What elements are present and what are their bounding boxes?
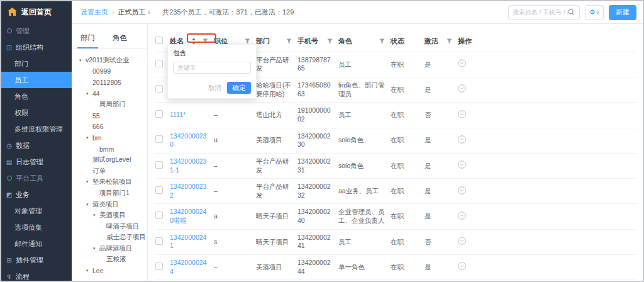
settings-dropdown-button[interactable]: ⚙ ∨ bbox=[585, 5, 604, 20]
row-checkbox[interactable] bbox=[155, 186, 163, 194]
row-checkbox[interactable] bbox=[155, 262, 163, 270]
sidebar-item[interactable]: 日志管理 bbox=[1, 154, 72, 170]
tree-item[interactable]: Lee bbox=[74, 265, 145, 276]
tree-item[interactable]: 测试orgLevel bbox=[74, 154, 145, 166]
breadcrumb-current[interactable]: 正式员工 bbox=[118, 8, 145, 17]
row-actions-icon[interactable] bbox=[458, 161, 466, 169]
filter-confirm-button[interactable]: 确定 bbox=[227, 82, 251, 94]
filter-keyword-input[interactable] bbox=[173, 62, 251, 74]
row-checkbox[interactable] bbox=[155, 110, 163, 118]
create-new-button[interactable]: 新建 bbox=[609, 5, 636, 20]
table-row[interactable]: 13420000240啦啦 a 晴天子项目 13420000240 企业管理员、… bbox=[155, 204, 636, 229]
row-checkbox[interactable] bbox=[155, 135, 163, 143]
employee-name-link[interactable]: 13420000244 bbox=[170, 259, 214, 276]
sidebar-item[interactable]: 管理 bbox=[1, 23, 72, 39]
sidebar-item[interactable]: 数据 bbox=[1, 137, 72, 154]
tree-item[interactable]: 666 bbox=[74, 121, 145, 133]
row-actions-icon[interactable] bbox=[458, 237, 466, 245]
tree-item[interactable]: 五粮液 bbox=[74, 254, 145, 266]
table-row[interactable]: 13420000232 – 平台产品研发 13420000232 aa业务、员工… bbox=[155, 179, 636, 204]
breadcrumb-caret-icon[interactable]: ∨ bbox=[147, 9, 151, 15]
tree-item[interactable]: 啤酒子项目 bbox=[74, 221, 145, 232]
filter-icon[interactable] bbox=[447, 38, 452, 44]
filter-cancel-button[interactable]: 取消 bbox=[208, 84, 221, 93]
sidebar-item[interactable]: 角色 bbox=[1, 88, 72, 104]
panel-tab[interactable]: 角色 bbox=[113, 33, 127, 48]
panel-tab[interactable]: 部门 bbox=[80, 33, 95, 48]
activated-cell: 是 bbox=[425, 263, 458, 272]
sidebar-home[interactable]: 返回首页 bbox=[1, 1, 72, 23]
sidebar-item[interactable]: 流程 bbox=[1, 268, 72, 281]
employee-name-link[interactable]: 13420000232 bbox=[170, 183, 214, 200]
sidebar-item[interactable]: 员工 bbox=[1, 72, 72, 88]
tree-item[interactable]: 订单 bbox=[74, 166, 145, 177]
sidebar-item[interactable]: 对象管理 bbox=[1, 203, 72, 219]
employee-name-link[interactable]: 13420000240啦啦 bbox=[170, 208, 214, 225]
row-checkbox[interactable] bbox=[155, 85, 163, 93]
table-row[interactable]: 13420000244 – 美酒项目 13420000244 单一角色 在职 是 bbox=[155, 255, 636, 280]
row-actions-icon[interactable] bbox=[458, 84, 466, 93]
activated-cell: 是 bbox=[425, 162, 458, 171]
column-header[interactable]: 激活 bbox=[425, 37, 458, 46]
table-row[interactable]: 1111* – 塔山北方 19100000002 员工 在职 否 bbox=[155, 103, 636, 128]
tree-item[interactable]: 项目部门1 bbox=[74, 188, 145, 199]
tree-item-label: v2011测试企业 bbox=[86, 56, 130, 65]
sidebar-item[interactable]: 平台工具 bbox=[1, 170, 72, 186]
breadcrumb-link[interactable]: 设置主页 bbox=[80, 8, 108, 17]
column-header[interactable]: 操作 bbox=[458, 37, 483, 46]
row-actions-icon[interactable] bbox=[458, 59, 466, 67]
filter-icon[interactable] bbox=[286, 38, 292, 44]
sidebar-item[interactable]: 插件管理 bbox=[1, 252, 72, 268]
tree-item[interactable]: 55 bbox=[74, 110, 145, 121]
row-actions-icon[interactable] bbox=[458, 186, 466, 195]
tree-item[interactable]: 44 bbox=[74, 88, 145, 99]
sidebar-item[interactable]: 业务 bbox=[1, 186, 72, 203]
row-checkbox[interactable] bbox=[155, 237, 163, 245]
tree-item[interactable]: 威士忌子项目 bbox=[74, 232, 145, 244]
employee-name-link[interactable]: 13420000231-1 bbox=[170, 157, 214, 174]
sidebar-item[interactable]: 邮件通知 bbox=[1, 235, 72, 252]
tree-item[interactable]: 酒类项目 bbox=[74, 199, 145, 210]
table-row[interactable]: 13420000231-1 – 平台产品研发 13420000231 solo角… bbox=[155, 154, 636, 179]
column-header[interactable]: 部门 bbox=[256, 37, 297, 46]
row-checkbox[interactable] bbox=[155, 60, 163, 67]
table-row[interactable]: 13420000241 s 晴天子项目 13420000241 员工 在职 否 bbox=[155, 230, 636, 255]
row-actions-icon[interactable] bbox=[458, 212, 466, 220]
sidebar-item[interactable]: 选项值集 bbox=[1, 219, 72, 235]
column-header[interactable]: 手机号 bbox=[297, 37, 338, 46]
tree-item[interactable]: 美酒项目 bbox=[74, 210, 145, 221]
table-row[interactable]: 13420000230 u 美酒项目 13420000230 solo角色 在职… bbox=[155, 128, 636, 154]
filter-icon[interactable] bbox=[245, 38, 250, 44]
filter-icon[interactable] bbox=[379, 38, 385, 44]
column-header[interactable]: 角色 bbox=[338, 37, 391, 46]
status-cell: 在职 bbox=[391, 136, 425, 145]
column-header[interactable]: 状态 bbox=[391, 37, 425, 46]
row-checkbox[interactable] bbox=[155, 161, 163, 169]
status-cell: 在职 bbox=[391, 212, 425, 221]
row-actions-icon[interactable] bbox=[458, 135, 466, 144]
search-box[interactable] bbox=[508, 5, 580, 20]
sidebar-item[interactable]: 权限 bbox=[1, 104, 72, 121]
filter-icon[interactable] bbox=[327, 38, 333, 44]
sidebar-item[interactable]: 部门 bbox=[1, 55, 72, 72]
sidebar-item[interactable]: 多维度权限管理 bbox=[1, 121, 72, 137]
tree-item[interactable]: 坚果松鼠项目 bbox=[74, 177, 145, 188]
search-input[interactable] bbox=[513, 9, 568, 16]
employee-name-link[interactable]: 1111* bbox=[170, 111, 214, 120]
employee-name-link[interactable]: 13420000230 bbox=[170, 132, 214, 149]
sidebar-item[interactable]: 组织结构 bbox=[1, 39, 72, 55]
tree-item[interactable]: 00999 bbox=[74, 66, 145, 77]
row-actions-icon[interactable] bbox=[458, 110, 466, 118]
row-actions-icon[interactable] bbox=[458, 262, 466, 270]
tree-item[interactable]: 20112805 bbox=[74, 77, 145, 88]
tree-item[interactable]: 周周部门 bbox=[74, 99, 145, 110]
tree-item[interactable]: 品牌酒项目 bbox=[74, 243, 145, 254]
employee-name-link[interactable]: 13420000241 bbox=[170, 234, 214, 251]
tree-item[interactable]: bmm bbox=[74, 144, 145, 155]
role-cell: solo角色 bbox=[338, 136, 391, 145]
tree-item[interactable]: bm bbox=[74, 132, 145, 144]
row-checkbox[interactable] bbox=[155, 212, 163, 219]
select-all-checkbox[interactable] bbox=[155, 37, 163, 44]
filter-icon[interactable] bbox=[203, 38, 208, 44]
tree-item[interactable]: v2011测试企业 bbox=[74, 55, 145, 66]
